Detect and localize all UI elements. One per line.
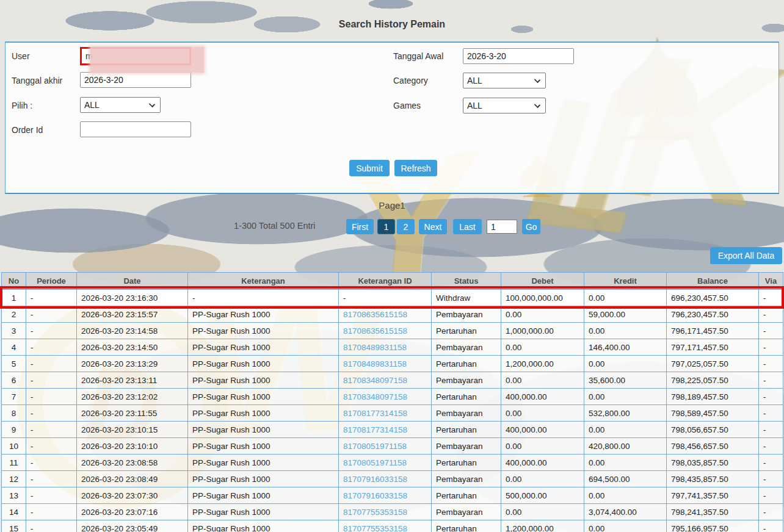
cell-keterangan: PP-Sugar Rush 1000	[188, 323, 339, 339]
keterangan-id-link[interactable]: 81708489831158	[343, 343, 407, 352]
last-page-button[interactable]: Last	[453, 219, 482, 234]
chevron-down-icon	[534, 77, 540, 83]
keterangan-id-link[interactable]: 81708635615158	[343, 310, 407, 319]
cell-debet: 0.00	[501, 471, 584, 487]
cell-status: Pertaruhan	[432, 323, 501, 339]
first-page-button[interactable]: First	[346, 219, 374, 234]
keterangan-id-link[interactable]: 81708051971158	[343, 442, 407, 451]
tanggal-akhir-input[interactable]	[80, 72, 191, 88]
column-header-periode: Periode	[26, 273, 77, 290]
cell-periode: -	[26, 372, 77, 389]
keterangan-id-link[interactable]: 81708051971158	[343, 458, 407, 467]
table-row: 6-2026-03-20 23:13:11PP-Sugar Rush 10008…	[2, 372, 783, 389]
cell-date: 2026-03-20 23:08:49	[77, 471, 188, 487]
cell-keterangan: PP-Sugar Rush 1000	[188, 405, 339, 422]
table-row: 13-2026-03-20 23:07:30PP-Sugar Rush 1000…	[2, 487, 783, 504]
table-row: 8-2026-03-20 23:11:55PP-Sugar Rush 10008…	[2, 405, 783, 422]
cell-periode: -	[26, 306, 77, 323]
page-button-2[interactable]: 2	[397, 219, 415, 234]
column-header-debet: Debet	[501, 273, 584, 290]
cell-keterangan-id: 81708489831158	[339, 356, 432, 372]
cell-periode: -	[26, 290, 77, 306]
tanggal-akhir-label: Tanggal akhir	[12, 76, 62, 85]
games-select[interactable]: ALL	[463, 98, 546, 113]
table-row: 3-2026-03-20 23:14:58PP-Sugar Rush 10008…	[2, 323, 783, 339]
cell-keterangan-id: 81708348097158	[339, 372, 432, 389]
cell-no: 13	[2, 487, 26, 504]
category-select[interactable]: ALL	[463, 73, 546, 88]
cell-balance: 795,166,957.50	[667, 520, 759, 532]
games-select-value: ALL	[467, 101, 482, 110]
cell-status: Pertaruhan	[432, 455, 501, 471]
table-row: 7-2026-03-20 23:12:02PP-Sugar Rush 10008…	[2, 389, 783, 405]
cell-kredit: 0.00	[584, 356, 667, 372]
cell-keterangan: PP-Sugar Rush 1000	[188, 504, 339, 520]
cell-kredit: 694,500.00	[584, 471, 667, 487]
cell-no: 8	[2, 405, 26, 422]
order-id-input[interactable]	[80, 121, 191, 137]
cell-keterangan-id: -	[339, 290, 432, 306]
cell-keterangan: PP-Sugar Rush 1000	[188, 372, 339, 389]
cell-keterangan: -	[188, 290, 339, 306]
cell-via: -	[759, 372, 783, 389]
cell-periode: -	[26, 356, 77, 372]
cell-keterangan: PP-Sugar Rush 1000	[188, 306, 339, 323]
cell-via: -	[759, 520, 783, 532]
cell-no: 9	[2, 422, 26, 438]
keterangan-id-link[interactable]: 81707916033158	[343, 475, 407, 484]
keterangan-id-link[interactable]: 81708348097158	[343, 376, 407, 385]
cell-status: Pertaruhan	[432, 520, 501, 532]
column-header-keterangan-id: Keterangan ID	[339, 273, 432, 290]
cell-date: 2026-03-20 23:15:57	[77, 306, 188, 323]
goto-page-input[interactable]	[487, 220, 517, 234]
cell-kredit: 35,600.00	[584, 372, 667, 389]
cell-debet: 0.00	[501, 372, 584, 389]
keterangan-id-link[interactable]: 81708635615158	[343, 326, 407, 336]
keterangan-id-link[interactable]: 81708177314158	[343, 425, 407, 434]
cell-date: 2026-03-20 23:05:49	[77, 520, 188, 532]
chevron-down-icon	[149, 101, 155, 107]
chevron-down-icon	[534, 102, 540, 108]
tanggal-awal-label: Tanggal Awal	[393, 51, 443, 61]
keterangan-id-link[interactable]: 81707916033158	[343, 491, 407, 500]
cell-no: 6	[2, 372, 26, 389]
page-button-1[interactable]: 1	[377, 219, 395, 234]
export-all-data-button[interactable]: Export All Data	[710, 247, 782, 264]
cell-periode: -	[26, 323, 77, 339]
cell-keterangan-id: 81708051971158	[339, 455, 432, 471]
keterangan-id-link[interactable]: 81708177314158	[343, 409, 407, 418]
refresh-button[interactable]: Refresh	[394, 160, 437, 176]
cell-no: 11	[2, 455, 26, 471]
tanggal-awal-input[interactable]	[463, 48, 574, 64]
cell-periode: -	[26, 504, 77, 520]
go-button[interactable]: Go	[522, 219, 540, 234]
screen: D W Y L I K ♠ ♠ Search History Pemain Us…	[0, 0, 784, 532]
keterangan-id-link[interactable]: 81708348097158	[343, 392, 407, 401]
column-header-no: No	[2, 273, 26, 290]
cell-via: -	[759, 438, 783, 455]
next-page-button[interactable]: Next	[419, 219, 447, 234]
cell-date: 2026-03-20 23:10:15	[77, 422, 188, 438]
cell-keterangan-id: 81707755353158	[339, 520, 432, 532]
table-row: 2-2026-03-20 23:15:57PP-Sugar Rush 10008…	[2, 306, 783, 323]
keterangan-id-link[interactable]: 81707755353158	[343, 508, 407, 517]
table-body: 1-2026-03-20 23:16:30--Withdraw100,000,0…	[2, 290, 783, 532]
table-row: 4-2026-03-20 23:14:50PP-Sugar Rush 10008…	[2, 339, 783, 356]
cell-no: 5	[2, 356, 26, 372]
submit-button[interactable]: Submit	[349, 160, 390, 176]
pilih-select-value: ALL	[84, 100, 100, 110]
redaction-overlay	[90, 47, 204, 73]
cell-status: Pertaruhan	[432, 422, 501, 438]
table-row: 1-2026-03-20 23:16:30--Withdraw100,000,0…	[2, 290, 783, 306]
cell-debet: 400,000.00	[501, 422, 584, 438]
keterangan-id-link[interactable]: 81707755353158	[343, 524, 407, 532]
cell-status: Pertaruhan	[432, 487, 501, 504]
cell-keterangan: PP-Sugar Rush 1000	[188, 520, 339, 532]
cell-keterangan: PP-Sugar Rush 1000	[188, 356, 339, 372]
keterangan-id-link[interactable]: 81708489831158	[343, 359, 407, 368]
cell-keterangan-id: 81708348097158	[339, 389, 432, 405]
cell-keterangan-id: 81708051971158	[339, 438, 432, 455]
cell-balance: 798,241,357.50	[667, 504, 759, 520]
pilih-select[interactable]: ALL	[80, 97, 161, 113]
cell-debet: 0.00	[501, 306, 584, 323]
